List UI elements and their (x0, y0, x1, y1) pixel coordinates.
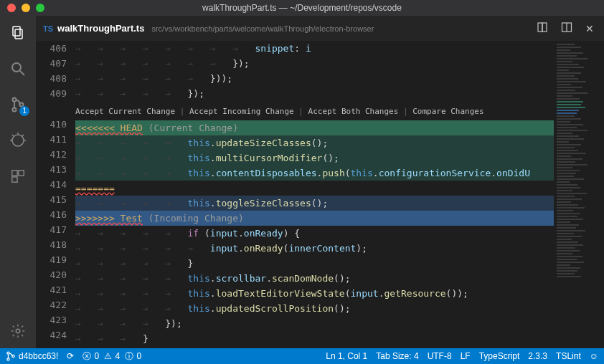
svg-rect-0 (13, 27, 20, 36)
svg-rect-17 (538, 23, 542, 32)
accept-incoming-link[interactable]: Accept Incoming Change (189, 107, 294, 116)
window-title: walkThroughPart.ts — ~/Development/repos… (0, 3, 604, 13)
close-tab-icon[interactable]: ✕ (582, 23, 597, 34)
code-line: → → → → → this.multiCursorModifier(); (75, 150, 604, 166)
accept-current-link[interactable]: Accept Current Change (75, 107, 175, 116)
tab-active[interactable]: TS walkThroughPart.ts (43, 23, 144, 34)
titlebar: walkThroughPart.ts — ~/Development/repos… (0, 0, 604, 16)
conflict-divider: ======= (75, 181, 604, 196)
code-line: → → → → → } (75, 256, 604, 271)
compare-changes-link[interactable]: Compare Changes (412, 107, 483, 116)
code-line: → → → } (75, 331, 604, 346)
sync-status[interactable]: ⟳ (67, 351, 74, 361)
merge-codelens: Accept Current Change | Accept Incoming … (75, 104, 604, 119)
code-line: → → → → → this.loadTextEditorViewState(i… (75, 286, 604, 301)
settings-gear-icon[interactable] (8, 321, 28, 341)
status-bar: d4bbcc63! ⟳ ⓧ 0 ⚠ 4 ⓘ 0 Ln 1, Col 1 Tab … (0, 348, 604, 364)
code-line: → → → → → this.toggleSizeClasses(); (75, 196, 604, 211)
code-line: → → → → → this.scrollbar.scanDomNode(); (75, 271, 604, 286)
tab-bar: TS walkThroughPart.ts src/vs/workbench/p… (36, 16, 604, 41)
code-line: → → → → → this.contentDisposables.push(t… (75, 166, 604, 181)
code-line: → → → → }); (75, 316, 604, 331)
language-mode[interactable]: TypeScript (479, 351, 520, 361)
code-line: → → → → → → → → snippet: i (75, 41, 604, 56)
code-line: → → → → → if (input.onReady) { (75, 226, 604, 241)
ts-version[interactable]: 2.3.3 (528, 351, 547, 361)
code-line: → → → → → }); (75, 86, 604, 101)
minimap[interactable] (554, 41, 604, 348)
editor[interactable]: 406407408409 410411412413 414415416417 4… (36, 41, 604, 348)
svg-rect-18 (542, 23, 547, 32)
extensions-icon[interactable] (8, 166, 28, 186)
split-editor-icon[interactable] (558, 21, 575, 35)
feedback-icon[interactable]: ☺ (590, 351, 598, 361)
typescript-file-icon: TS (43, 24, 53, 33)
tab-size[interactable]: Tab Size: 4 (376, 351, 418, 361)
search-icon[interactable] (8, 59, 28, 79)
eol[interactable]: LF (461, 351, 471, 361)
conflict-incoming-header: >>>>>>> Test (Incoming Change) (75, 211, 604, 226)
svg-point-4 (13, 98, 16, 102)
source-control-icon[interactable]: 1 (8, 95, 28, 115)
tab-path: src/vs/workbench/parts/welcome/walkThrou… (151, 24, 374, 33)
svg-rect-14 (19, 171, 24, 176)
encoding[interactable]: UTF-8 (428, 351, 452, 361)
svg-point-2 (12, 63, 21, 72)
svg-rect-13 (12, 171, 17, 176)
debug-icon[interactable] (8, 130, 28, 150)
tslint-status[interactable]: TSLint (556, 351, 581, 361)
gutter: 406407408409 410411412413 414415416417 4… (36, 41, 75, 348)
svg-rect-1 (15, 29, 22, 39)
tab-filename: walkThroughPart.ts (57, 23, 144, 34)
svg-line-3 (20, 71, 24, 75)
git-branch-status[interactable]: d4bbcc63! (6, 351, 58, 361)
svg-point-21 (7, 352, 9, 354)
svg-point-16 (16, 329, 20, 333)
svg-point-5 (13, 108, 16, 112)
code-line: → → → → → this.updateSizeClasses(); (75, 135, 604, 150)
accept-both-link[interactable]: Accept Both Changes (308, 107, 399, 116)
svg-point-22 (7, 358, 9, 360)
code-area[interactable]: → → → → → → → → snippet: i → → → → → → →… (75, 41, 604, 348)
compare-changes-icon[interactable] (534, 21, 551, 35)
svg-line-11 (12, 135, 14, 136)
svg-line-12 (22, 135, 24, 136)
code-line: → → → → → this.updatedScrollPosition(); (75, 301, 604, 316)
code-line: → → → → → → → }); (75, 56, 604, 71)
svg-rect-15 (12, 177, 17, 182)
activity-bar: 1 (0, 16, 36, 348)
code-line: → → → → → → input.onReady(innerContent); (75, 241, 604, 256)
problems-status[interactable]: ⓧ 0 ⚠ 4 ⓘ 0 (82, 350, 141, 363)
scm-badge: 1 (19, 106, 29, 116)
svg-point-7 (12, 135, 24, 146)
cursor-position[interactable]: Ln 1, Col 1 (326, 351, 367, 361)
code-line: → → → → → → })); (75, 71, 604, 86)
conflict-current-header: <<<<<<< HEAD (Current Change) (75, 120, 604, 135)
explorer-icon[interactable] (8, 23, 28, 43)
